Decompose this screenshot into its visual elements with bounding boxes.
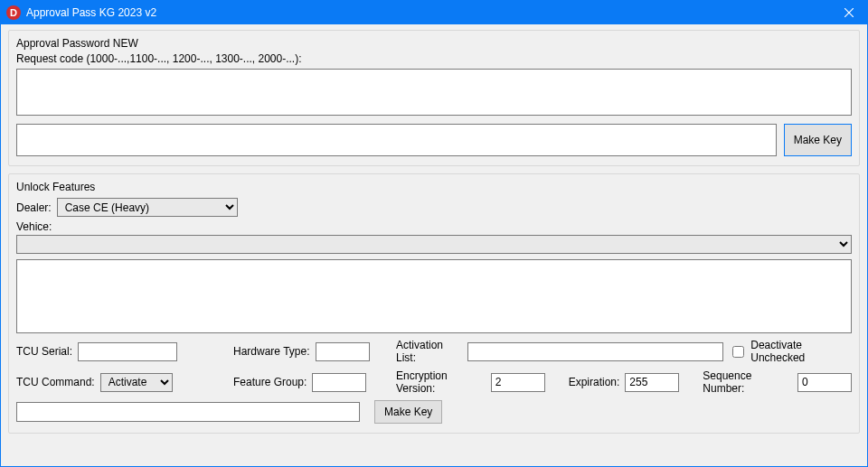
unlock-make-key-button[interactable]: Make Key: [374, 400, 442, 424]
row-cmd-fg-enc-exp-seq: TCU Command: Activate Feature Group: Enc…: [16, 369, 852, 395]
vehicle-row: Vehice:: [16, 220, 852, 254]
approval-result-output[interactable]: [16, 124, 777, 156]
hardware-type-input[interactable]: [316, 342, 370, 361]
deactivate-unchecked-label: Deactivate Unchecked: [750, 339, 852, 364]
unlock-output-input[interactable]: [16, 402, 360, 422]
hardware-type-label: Hardware Type:: [233, 345, 310, 358]
client-area: Approval Password NEW Request code (1000…: [1, 24, 867, 466]
close-icon: [844, 8, 854, 17]
tcu-command-label: TCU Command:: [16, 376, 95, 388]
approval-group-title: Approval Password NEW: [16, 37, 852, 50]
feature-group-input[interactable]: [312, 373, 366, 392]
app-icon: D: [6, 5, 21, 20]
vehicle-select[interactable]: [16, 235, 852, 254]
approval-make-key-button[interactable]: Make Key: [784, 124, 852, 156]
sequence-number-label: Sequence Number:: [703, 369, 792, 395]
tcu-serial-input[interactable]: [78, 342, 177, 361]
vehicle-label: Vehice:: [16, 220, 852, 233]
approval-group: Approval Password NEW Request code (1000…: [8, 30, 860, 166]
titlebar: D Approval Pass KG 2023 v2: [1, 1, 867, 24]
dealer-label: Dealer:: [16, 201, 52, 214]
close-button[interactable]: [831, 1, 867, 24]
row-output-makekey: Make Key: [16, 400, 852, 424]
deactivate-unchecked-checkbox[interactable]: Deactivate Unchecked: [729, 339, 852, 364]
unlock-group-title: Unlock Features: [16, 181, 852, 193]
expiration-input[interactable]: [625, 373, 679, 392]
expiration-label: Expiration:: [569, 376, 620, 388]
dealer-row: Dealer: Case CE (Heavy): [16, 198, 852, 217]
request-code-input[interactable]: [16, 69, 852, 116]
activation-list-input[interactable]: [467, 342, 723, 361]
activation-list-label: Activation List:: [396, 339, 462, 364]
deactivate-unchecked-input[interactable]: [732, 346, 744, 358]
unlock-group: Unlock Features Dealer: Case CE (Heavy) …: [8, 173, 860, 434]
sequence-number-input[interactable]: [797, 373, 852, 392]
features-listbox[interactable]: [16, 259, 852, 333]
tcu-serial-label: TCU Serial:: [16, 345, 72, 358]
request-code-label: Request code (1000-...,1100-..., 1200-..…: [16, 52, 852, 65]
row-serial-hw-activation: TCU Serial: Hardware Type: Activation Li…: [16, 339, 852, 364]
encryption-version-label: Encryption Version:: [396, 369, 486, 395]
tcu-command-select[interactable]: Activate: [100, 373, 173, 392]
encryption-version-input[interactable]: [491, 373, 545, 392]
dealer-select[interactable]: Case CE (Heavy): [57, 198, 238, 217]
window-title: Approval Pass KG 2023 v2: [26, 6, 831, 19]
app-window: D Approval Pass KG 2023 v2 Approval Pass…: [0, 0, 868, 467]
feature-group-label: Feature Group:: [233, 376, 307, 388]
